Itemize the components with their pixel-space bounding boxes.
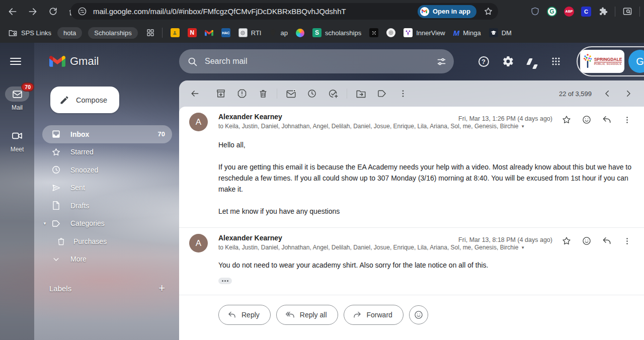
mark-unread-icon[interactable] (282, 85, 299, 102)
sidebar-item-inbox[interactable]: Inbox 70 (42, 125, 172, 143)
gmail-logo[interactable]: Gmail (49, 55, 99, 68)
compose-button[interactable]: Compose (50, 87, 119, 113)
newer-conversation-icon[interactable] (599, 85, 616, 102)
add-to-tasks-icon[interactable] (325, 85, 342, 102)
forward-icon[interactable] (25, 4, 40, 19)
chevron-down-icon (50, 256, 61, 263)
bookmark-scholarships[interactable]: S scholarships (312, 28, 361, 37)
sidebar-item-sent[interactable]: Sent (42, 179, 172, 197)
gmail-m-icon (49, 55, 65, 67)
bookmark-dark[interactable] (369, 28, 378, 37)
add-reaction-icon[interactable] (577, 113, 597, 127)
search-bar[interactable] (179, 49, 454, 73)
sidebar-item-purchases[interactable]: Purchases (42, 232, 172, 250)
bookmark-rti[interactable]: RTI (238, 28, 262, 37)
bookmark-star-icon[interactable] (484, 7, 493, 16)
back-icon[interactable] (5, 4, 20, 19)
bookmark-ap[interactable]: ap (269, 29, 287, 37)
star-message-icon[interactable] (556, 113, 577, 127)
url-text[interactable]: mail.google.com/mail/u/0/#inbox/FMfcgzQf… (93, 7, 346, 16)
message-1-header: A Alexander Kearney to Keila, Justin, Da… (179, 107, 644, 131)
workspace-slashes-icon[interactable] (525, 54, 540, 69)
move-to-icon[interactable] (352, 85, 369, 102)
minga-icon: M (453, 29, 460, 37)
star-message-icon-2[interactable] (556, 234, 577, 248)
abp-icon[interactable]: ABP (564, 7, 574, 17)
reply-icon-2[interactable] (597, 234, 617, 248)
forward-button[interactable]: Forward (344, 305, 404, 325)
inbox-count: 70 (158, 130, 165, 138)
help-icon[interactable]: ? (476, 54, 491, 69)
delete-icon[interactable] (255, 85, 272, 102)
account-switcher[interactable]: SPRINGDALE PUBLIC SCHOOLS G (577, 46, 644, 76)
ap-acorn-icon (269, 29, 277, 37)
open-in-app-button[interactable]: Open in app (418, 5, 476, 18)
sidebar-item-snoozed[interactable]: Snoozed (42, 161, 172, 179)
sender-avatar[interactable]: A (189, 113, 208, 131)
account-avatar[interactable]: G (628, 50, 644, 73)
gmail-app: 70 Mail Meet Gmail ? (0, 43, 644, 340)
message-1-body: Hello all, If you are getting this email… (218, 139, 635, 217)
bookmark-classroom[interactable] (171, 28, 180, 37)
google-apps-grid-icon[interactable] (548, 54, 564, 69)
settings-gear-icon[interactable] (501, 54, 516, 69)
org-name-line1: SPRINGDALE (594, 57, 622, 62)
mail-surface: 22 of 3,599 A Alexander Kearney to Keila… (179, 80, 644, 340)
drafts-icon (50, 201, 61, 210)
categories-expander-icon[interactable]: ▾ (41, 221, 48, 226)
canvas-extension-icon[interactable]: C (581, 7, 591, 17)
shield-extension-icon[interactable] (530, 7, 540, 16)
add-reaction-icon-2[interactable] (577, 234, 597, 248)
sidebar-item-starred[interactable]: Starred (42, 143, 172, 161)
search-options-tune-icon[interactable] (436, 56, 447, 67)
recipients-line[interactable]: to Keila, Justin, Daniel, Johnathan, Ang… (218, 123, 458, 130)
n-icon: N (188, 28, 197, 37)
bookmark-minga[interactable]: M Minga (453, 29, 481, 37)
site-settings-icon[interactable] (77, 7, 87, 16)
bookmark-hac[interactable]: HAC (221, 28, 230, 37)
bookmark-folder-hota[interactable]: hota (57, 27, 82, 39)
bookmark-dm[interactable]: DM (489, 28, 512, 37)
message-more-icon-2[interactable] (617, 234, 637, 248)
bookmark-innerview[interactable]: InnerView (404, 28, 445, 37)
back-to-inbox-icon[interactable] (186, 85, 203, 102)
s-icon: S (312, 28, 321, 37)
bookmark-spiral[interactable] (386, 28, 395, 37)
extensions-puzzle-icon[interactable] (598, 7, 608, 16)
archive-icon[interactable] (212, 85, 229, 102)
sender-avatar-2[interactable]: A (189, 234, 208, 252)
side-panel-search-icon[interactable] (622, 7, 632, 17)
sidebar-item-categories[interactable]: ▾ Categories (42, 215, 172, 233)
labels-icon[interactable] (373, 85, 390, 102)
bookmark-copilot[interactable] (296, 29, 304, 37)
reply-all-button[interactable]: Reply all (276, 305, 338, 325)
rti-icon (238, 28, 248, 37)
apps-grid-icon[interactable] (146, 28, 155, 37)
rail-mail-button[interactable]: 70 Mail (0, 87, 34, 111)
show-trimmed-content-button[interactable] (218, 278, 232, 284)
bookmark-n[interactable]: N (188, 28, 197, 37)
bookmark-gmail[interactable] (205, 30, 213, 36)
address-bar[interactable]: mail.google.com/mail/u/0/#inbox/FMfcgzQf… (70, 3, 498, 20)
more-options-icon[interactable] (394, 85, 412, 102)
search-input[interactable] (205, 57, 436, 66)
sent-icon (50, 183, 61, 193)
message-more-icon[interactable] (617, 113, 637, 127)
rail-meet-button[interactable]: Meet (0, 128, 34, 153)
grammarly-icon[interactable]: G (547, 7, 557, 17)
reload-icon[interactable] (45, 4, 60, 19)
snooze-icon[interactable] (303, 85, 320, 102)
sidebar-item-drafts[interactable]: Drafts (42, 197, 172, 215)
bookmark-folder-scholarships[interactable]: Scholarships (88, 27, 137, 39)
create-label-plus-icon[interactable]: + (158, 282, 165, 295)
reply-icon[interactable] (597, 113, 617, 127)
main-menu-hamburger-icon[interactable] (8, 54, 23, 68)
older-conversation-icon[interactable] (620, 85, 637, 102)
bookmark-folder-sps-links[interactable]: SPS Links (8, 28, 51, 38)
copilot-icon (296, 29, 304, 37)
report-spam-icon[interactable] (233, 85, 251, 102)
sidebar-item-more[interactable]: More (42, 250, 172, 269)
recipients-line-2[interactable]: to Keila, Justin, Daniel, Johnathan, Ang… (218, 244, 458, 251)
add-reaction-button[interactable] (409, 305, 428, 324)
reply-button[interactable]: Reply (218, 305, 271, 325)
